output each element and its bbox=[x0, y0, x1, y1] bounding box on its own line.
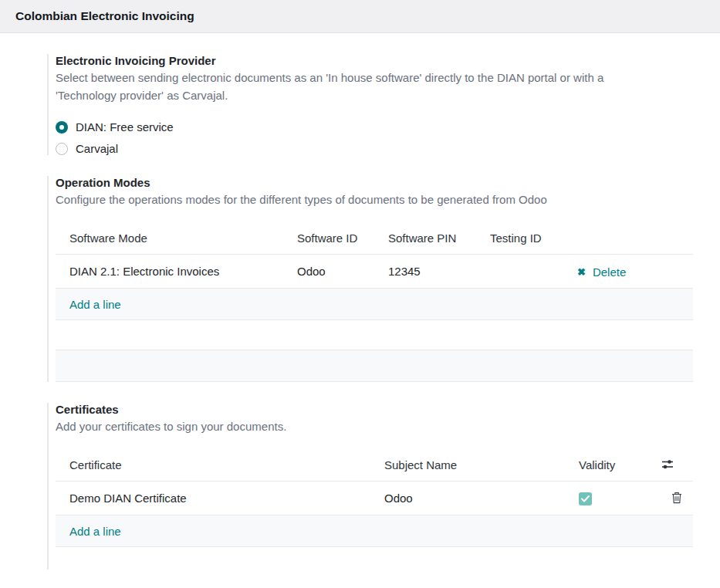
optional-columns-button[interactable] bbox=[660, 457, 675, 472]
radio-option-carvajal-label: Carvajal bbox=[76, 142, 118, 155]
column-header-certificate[interactable]: Certificate bbox=[56, 450, 384, 482]
cell-software-mode[interactable]: DIAN 2.1: Electronic Invoices bbox=[56, 255, 297, 289]
operation-modes-description: Configure the operations modes for the d… bbox=[56, 191, 665, 209]
cell-actions: ✖ Delete bbox=[571, 255, 693, 289]
table-row[interactable]: DIAN 2.1: Electronic Invoices Odoo 12345… bbox=[56, 255, 693, 289]
cell-row-actions bbox=[660, 482, 693, 515]
certificates-table: Certificate Subject Name Validity bbox=[56, 450, 693, 548]
certificates-section: Certificates Add your certificates to si… bbox=[47, 403, 720, 569]
column-header-actions bbox=[571, 223, 693, 255]
cell-certificate[interactable]: Demo DIAN Certificate bbox=[56, 482, 384, 515]
trash-icon bbox=[671, 495, 682, 506]
sliders-icon bbox=[661, 461, 674, 473]
provider-radio-group: DIAN: Free service Carvajal bbox=[56, 120, 720, 155]
column-header-subject-name[interactable]: Subject Name bbox=[384, 450, 571, 482]
column-header-options bbox=[660, 450, 693, 482]
radio-option-dian[interactable]: DIAN: Free service bbox=[56, 120, 720, 133]
column-header-testing-id[interactable]: Testing ID bbox=[490, 223, 571, 255]
empty-row bbox=[56, 350, 693, 382]
column-header-software-pin[interactable]: Software PIN bbox=[388, 223, 490, 255]
empty-row bbox=[56, 320, 693, 350]
cell-software-pin[interactable]: 12345 bbox=[388, 255, 490, 289]
radio-unchecked-icon[interactable] bbox=[56, 143, 68, 155]
cell-subject-name[interactable]: Odoo bbox=[384, 482, 571, 515]
page-title: Colombian Electronic Invoicing bbox=[15, 9, 194, 23]
provider-section: Electronic Invoicing Provider Select bet… bbox=[47, 54, 720, 155]
operation-modes-header-row: Software Mode Software ID Software PIN T… bbox=[56, 223, 693, 255]
validity-checkbox-checked[interactable] bbox=[579, 492, 592, 505]
certificates-description: Add your certificates to sign your docum… bbox=[56, 418, 665, 436]
column-header-software-id[interactable]: Software ID bbox=[297, 223, 388, 255]
add-a-line-row: Add a line bbox=[56, 515, 693, 547]
certificates-header-row: Certificate Subject Name Validity bbox=[56, 450, 693, 482]
operation-modes-title: Operation Modes bbox=[56, 176, 720, 189]
provider-section-description: Select between sending electronic docume… bbox=[56, 69, 665, 104]
add-a-line-link[interactable]: Add a line bbox=[69, 525, 121, 538]
certificates-title: Certificates bbox=[56, 403, 720, 416]
radio-option-dian-label: DIAN: Free service bbox=[76, 120, 174, 133]
delete-x-icon: ✖ bbox=[577, 267, 586, 277]
page-header: Colombian Electronic Invoicing bbox=[0, 0, 720, 33]
operation-modes-section: Operation Modes Configure the operations… bbox=[47, 176, 720, 382]
radio-option-carvajal[interactable]: Carvajal bbox=[56, 142, 720, 155]
operation-modes-table: Software Mode Software ID Software PIN T… bbox=[56, 223, 693, 383]
table-row[interactable]: Demo DIAN Certificate Odoo bbox=[56, 482, 693, 515]
delete-button-label: Delete bbox=[593, 265, 626, 279]
cell-testing-id[interactable] bbox=[490, 255, 571, 289]
add-a-line-link[interactable]: Add a line bbox=[69, 298, 121, 311]
delete-certificate-button[interactable] bbox=[670, 490, 684, 505]
provider-section-title: Electronic Invoicing Provider bbox=[56, 54, 720, 67]
radio-checked-icon[interactable] bbox=[56, 121, 68, 133]
add-a-line-row: Add a line bbox=[56, 289, 693, 320]
delete-button[interactable]: ✖ Delete bbox=[571, 265, 626, 279]
column-header-validity[interactable]: Validity bbox=[571, 450, 660, 482]
column-header-software-mode[interactable]: Software Mode bbox=[56, 223, 297, 255]
cell-validity bbox=[571, 482, 660, 515]
cell-software-id[interactable]: Odoo bbox=[297, 255, 388, 289]
